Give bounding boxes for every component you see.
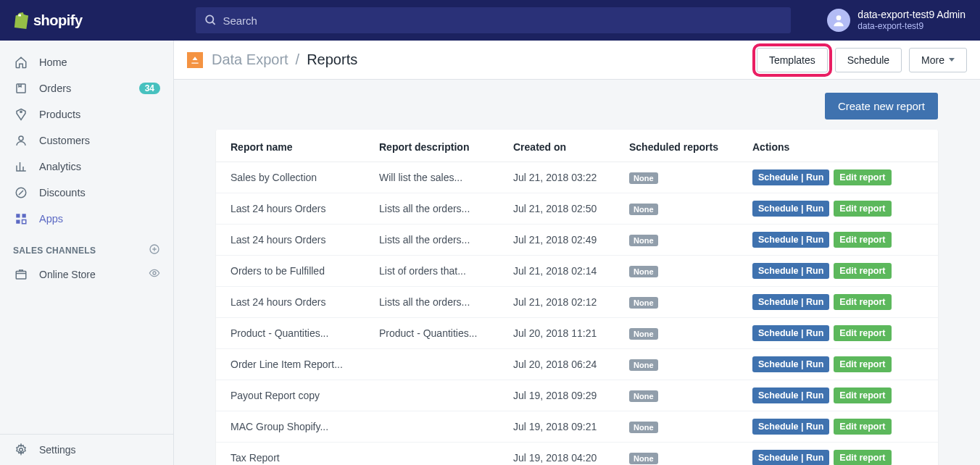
cell-created: Jul 20, 2018 06:24 — [513, 359, 629, 370]
header-actions: Templates Schedule More — [757, 48, 967, 72]
sidebar-item-label: Home — [39, 56, 67, 68]
cell-actions: Schedule | RunEdit report — [752, 201, 923, 217]
page-title: Reports — [307, 51, 357, 68]
sidebar-item-apps[interactable]: Apps — [0, 206, 173, 232]
cell-scheduled: None — [629, 327, 752, 339]
table-body: Sales by CollectionWill list the sales..… — [216, 162, 938, 465]
none-badge: None — [629, 204, 658, 215]
edit-report-button[interactable]: Edit report — [834, 294, 891, 310]
svg-rect-10 — [22, 220, 26, 224]
schedule-run-button[interactable]: Schedule | Run — [752, 325, 829, 341]
schedule-run-button[interactable]: Schedule | Run — [752, 356, 829, 372]
sidebar-item-customers[interactable]: Customers — [0, 127, 173, 154]
eye-icon[interactable] — [149, 267, 160, 281]
search-input[interactable] — [223, 14, 782, 27]
table-row[interactable]: Product - Quantities...Product - Quantit… — [216, 318, 938, 349]
cell-actions: Schedule | RunEdit report — [752, 169, 923, 185]
app-icon — [187, 52, 203, 68]
logo[interactable]: shopify — [0, 12, 174, 29]
main: Data Export / Reports Templates Schedule… — [174, 41, 980, 465]
schedule-run-button[interactable]: Schedule | Run — [752, 294, 829, 310]
cell-scheduled: None — [629, 203, 752, 214]
th-created: Created on — [513, 141, 629, 153]
cell-actions: Schedule | RunEdit report — [752, 388, 923, 403]
cell-desc: Lists all the orders... — [379, 234, 513, 246]
cell-actions: Schedule | RunEdit report — [752, 294, 923, 310]
sidebar-item-analytics[interactable]: Analytics — [0, 154, 173, 180]
schedule-run-button[interactable]: Schedule | Run — [752, 419, 829, 435]
sidebar-item-discounts[interactable]: Discounts — [0, 180, 173, 206]
cell-name: Payout Report copy — [231, 390, 379, 401]
cell-desc: Lists all the orders... — [379, 203, 513, 214]
templates-button[interactable]: Templates — [757, 48, 828, 72]
cell-actions: Schedule | RunEdit report — [752, 325, 923, 341]
edit-report-button[interactable]: Edit report — [834, 232, 891, 248]
table-row[interactable]: Sales by CollectionWill list the sales..… — [216, 162, 938, 193]
sidebar-item-products[interactable]: Products — [0, 101, 173, 127]
th-actions: Actions — [752, 141, 923, 153]
schedule-run-button[interactable]: Schedule | Run — [752, 450, 829, 465]
table-row[interactable]: Tax ReportJul 19, 2018 04:20NoneSchedule… — [216, 443, 938, 465]
table-row[interactable]: Payout Report copyJul 19, 2018 09:29None… — [216, 380, 938, 411]
none-badge: None — [629, 297, 658, 309]
create-report-button[interactable]: Create new report — [825, 93, 938, 120]
search-box[interactable] — [196, 7, 791, 33]
sidebar-item-home[interactable]: Home — [0, 49, 173, 75]
edit-report-button[interactable]: Edit report — [834, 450, 891, 465]
table-row[interactable]: Last 24 hours OrdersLists all the orders… — [216, 225, 938, 256]
more-button[interactable]: More — [909, 48, 967, 72]
edit-report-button[interactable]: Edit report — [834, 388, 891, 403]
svg-rect-12 — [16, 271, 26, 279]
schedule-run-button[interactable]: Schedule | Run — [752, 388, 829, 403]
edit-report-button[interactable]: Edit report — [834, 201, 891, 217]
table-row[interactable]: MAC Group Shopify...Jul 19, 2018 09:21No… — [216, 411, 938, 443]
cell-created: Jul 21, 2018 02:50 — [513, 203, 629, 214]
customers-icon — [13, 133, 29, 148]
svg-point-5 — [19, 136, 23, 141]
schedule-run-button[interactable]: Schedule | Run — [752, 232, 829, 248]
cell-desc: Product - Quantities... — [379, 327, 513, 339]
cell-created: Jul 21, 2018 02:14 — [513, 265, 629, 277]
chevron-down-icon — [949, 58, 955, 62]
add-channel-icon[interactable] — [149, 243, 160, 257]
svg-rect-8 — [22, 214, 26, 217]
sidebar-item-settings[interactable]: Settings — [0, 434, 173, 465]
person-icon — [831, 13, 846, 28]
cell-name: Product - Quantities... — [231, 327, 379, 339]
schedule-run-button[interactable]: Schedule | Run — [752, 263, 829, 279]
breadcrumb-app[interactable]: Data Export — [212, 51, 288, 68]
edit-report-button[interactable]: Edit report — [834, 263, 891, 279]
edit-report-button[interactable]: Edit report — [834, 356, 891, 372]
cell-created: Jul 21, 2018 02:12 — [513, 296, 629, 308]
brand-text: shopify — [33, 12, 83, 29]
sidebar-item-online-store[interactable]: Online Store — [0, 261, 173, 287]
table-row[interactable]: Last 24 hours OrdersLists all the orders… — [216, 193, 938, 225]
cell-created: Jul 19, 2018 04:20 — [513, 452, 629, 464]
user-shop: data-export-test9 — [858, 21, 966, 31]
cell-created: Jul 19, 2018 09:21 — [513, 421, 629, 432]
sidebar-item-orders[interactable]: Orders 34 — [0, 75, 173, 101]
svg-point-4 — [20, 111, 22, 112]
edit-report-button[interactable]: Edit report — [834, 169, 891, 185]
products-icon — [13, 107, 29, 122]
table-row[interactable]: Orders to be FulfilledList of orders tha… — [216, 256, 938, 287]
cell-actions: Schedule | RunEdit report — [752, 450, 923, 465]
schedule-button[interactable]: Schedule — [835, 48, 902, 72]
none-badge: None — [629, 359, 658, 371]
cell-name: Sales by Collection — [231, 172, 379, 183]
cell-scheduled: None — [629, 234, 752, 246]
home-icon — [13, 55, 29, 70]
table-row[interactable]: Order Line Item Report...Jul 20, 2018 06… — [216, 349, 938, 380]
cell-name: Tax Report — [231, 452, 379, 464]
sidebar-item-label: Customers — [39, 135, 90, 146]
cell-scheduled: None — [629, 296, 752, 308]
cell-scheduled: None — [629, 421, 752, 432]
none-badge: None — [629, 453, 658, 464]
user-menu[interactable]: data-export-test9 Admin data-export-test… — [813, 9, 980, 32]
schedule-run-button[interactable]: Schedule | Run — [752, 169, 829, 185]
edit-report-button[interactable]: Edit report — [834, 325, 891, 341]
table-row[interactable]: Last 24 hours OrdersLists all the orders… — [216, 287, 938, 318]
th-scheduled: Scheduled reports — [629, 141, 752, 153]
edit-report-button[interactable]: Edit report — [834, 419, 891, 435]
schedule-run-button[interactable]: Schedule | Run — [752, 201, 829, 217]
